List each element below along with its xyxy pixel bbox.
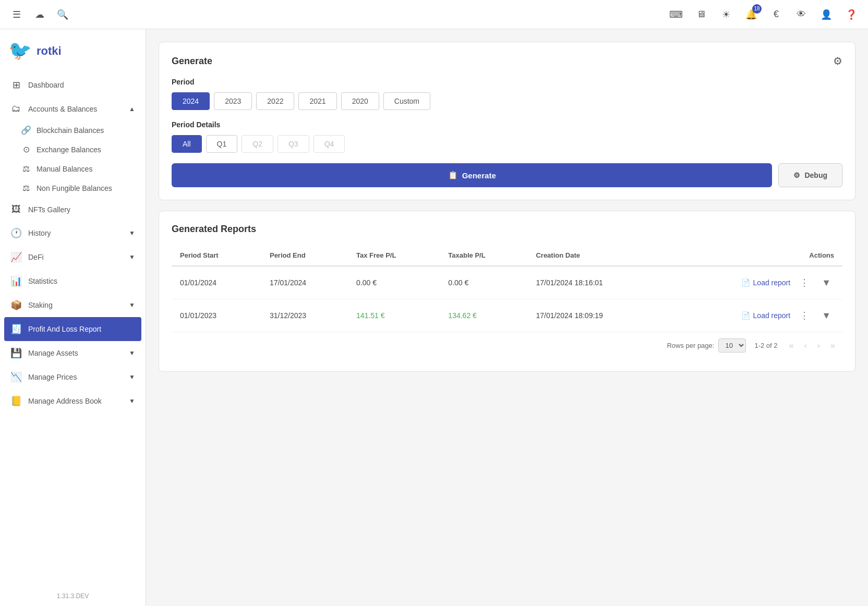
page-info: 1-2 of 2 (754, 342, 777, 349)
cell-taxable-pl: 0.00 € (440, 266, 527, 299)
nfts-icon: 🖼 (10, 204, 22, 215)
cell-period-end: 17/01/2024 (261, 266, 348, 299)
cell-creation-date: 17/01/2024 18:09:19 (527, 299, 664, 332)
eye-icon[interactable]: 👁 (793, 6, 810, 23)
exchange-icon: ⊙ (21, 144, 31, 154)
sidebar-item-label: Manage Prices (28, 373, 123, 381)
quarter-btn-q1[interactable]: Q1 (206, 135, 238, 153)
sidebar-item-manage-address-book[interactable]: 📒 Manage Address Book ▼ (0, 389, 146, 413)
col-period-start: Period Start (172, 245, 261, 266)
accounts-submenu: 🔗 Blockchain Balances ⊙ Exchange Balance… (0, 120, 146, 198)
profit-loss-icon: 🧾 (10, 323, 22, 335)
chevron-down-icon: ▼ (129, 373, 135, 381)
cloud-icon[interactable]: ☁ (31, 6, 48, 23)
accounts-icon: 🗂 (10, 103, 22, 114)
sidebar-item-defi[interactable]: 📈 DeFi ▼ (0, 245, 146, 269)
reports-table: Period Start Period End Tax Free P/L Tax… (172, 245, 842, 332)
sidebar-logo: 🐦 rotki (0, 29, 146, 73)
col-actions: Actions (664, 245, 842, 266)
theme-icon[interactable]: ☀ (718, 6, 734, 23)
reports-table-wrapper: Period Start Period End Tax Free P/L Tax… (172, 245, 842, 332)
notification-icon[interactable]: 🔔 18 (743, 6, 760, 23)
load-report-button[interactable]: 📄 Load report (741, 278, 791, 287)
period-btn-2020[interactable]: 2020 (341, 92, 379, 110)
sidebar-subitem-blockchain-balances[interactable]: 🔗 Blockchain Balances (10, 120, 146, 140)
row-actions: 📄 Load report ⋮ ▼ (672, 275, 834, 290)
sidebar-item-manage-assets[interactable]: 💾 Manage Assets ▼ (0, 341, 146, 365)
period-btn-2021[interactable]: 2021 (298, 92, 336, 110)
load-report-label: Load report (753, 311, 791, 320)
menu-icon[interactable]: ☰ (8, 6, 25, 23)
manage-prices-icon: 📉 (10, 371, 22, 383)
search-icon[interactable]: 🔍 (54, 6, 71, 23)
row-actions: 📄 Load report ⋮ ▼ (672, 308, 834, 323)
chevron-up-icon: ▲ (129, 105, 135, 113)
sidebar-subitem-exchange-balances[interactable]: ⊙ Exchange Balances (10, 140, 146, 159)
debug-button[interactable]: ⚙ Debug (778, 163, 842, 187)
staking-icon: 📦 (10, 299, 22, 311)
reports-card: Generated Reports Period Start Period En… (159, 211, 855, 372)
quarter-btn-all[interactable]: All (172, 135, 202, 153)
display-icon[interactable]: 🖥 (693, 6, 709, 23)
rows-per-page-select[interactable]: 10 25 50 (718, 338, 746, 353)
load-report-icon: 📄 (741, 311, 750, 320)
col-period-end: Period End (261, 245, 348, 266)
currency-icon[interactable]: € (768, 6, 785, 23)
sidebar-item-label: Accounts & Balances (28, 105, 123, 113)
dashboard-icon: ⊞ (10, 79, 22, 91)
sidebar-subitem-non-fungible-balances[interactable]: ⚖ Non Fungible Balances (10, 178, 146, 198)
history-icon: 🕐 (10, 227, 22, 239)
sidebar-subitem-manual-balances[interactable]: ⚖ Manual Balances (10, 159, 146, 178)
blockchain-icon: 🔗 (21, 125, 31, 135)
load-report-label: Load report (753, 278, 791, 287)
sidebar-subitem-label: Manual Balances (37, 165, 92, 173)
prev-page-button[interactable]: ‹ (801, 339, 810, 353)
quarter-btn-q2[interactable]: Q2 (242, 135, 273, 153)
first-page-button[interactable]: « (786, 339, 797, 353)
generate-card: Generate ⚙ Period 2024 2023 2022 2021 20… (159, 42, 855, 200)
quarter-btn-q4[interactable]: Q4 (314, 135, 345, 153)
sidebar-item-accounts-balances[interactable]: 🗂 Accounts & Balances ▲ (0, 97, 146, 120)
load-report-button[interactable]: 📄 Load report (741, 311, 791, 320)
sidebar-item-label: Staking (28, 301, 123, 309)
account-icon[interactable]: 👤 (818, 6, 835, 23)
sidebar: 🐦 rotki ⊞ Dashboard 🗂 Accounts & Balance… (0, 29, 146, 606)
period-btn-2023[interactable]: 2023 (214, 92, 252, 110)
quarter-buttons: All Q1 Q2 Q3 Q4 (172, 135, 842, 153)
generate-button[interactable]: 📋 Generate (172, 163, 772, 187)
reports-card-header: Generated Reports (172, 224, 842, 235)
rows-per-page-section: Rows per page: 10 25 50 (667, 338, 746, 353)
more-options-button[interactable]: ⋮ (797, 275, 812, 290)
sidebar-item-profit-loss[interactable]: 🧾 Profit And Loss Report (4, 317, 141, 341)
quarter-btn-q3[interactable]: Q3 (278, 135, 309, 153)
sidebar-item-history[interactable]: 🕐 History ▼ (0, 221, 146, 245)
code-icon[interactable]: ⌨ (668, 6, 684, 23)
period-label: Period (172, 78, 842, 86)
cell-tax-free-pl: 141.51 € (348, 299, 440, 332)
cell-period-start: 01/01/2024 (172, 266, 261, 299)
debug-btn-label: Debug (804, 171, 827, 179)
sidebar-item-label: Statistics (28, 277, 135, 285)
more-options-button[interactable]: ⋮ (797, 308, 812, 323)
sidebar-item-label: NFTs Gallery (28, 205, 135, 214)
help-icon[interactable]: ❓ (843, 6, 860, 23)
generate-btn-label: Generate (462, 171, 496, 180)
sidebar-item-manage-prices[interactable]: 📉 Manage Prices ▼ (0, 365, 146, 389)
expand-row-button[interactable]: ▼ (818, 275, 834, 290)
sidebar-item-dashboard[interactable]: ⊞ Dashboard (0, 73, 146, 97)
period-btn-2024[interactable]: 2024 (172, 92, 210, 110)
chevron-down-icon: ▼ (129, 397, 135, 405)
sidebar-item-nfts-gallery[interactable]: 🖼 NFTs Gallery (0, 198, 146, 221)
period-btn-custom[interactable]: Custom (383, 92, 430, 110)
last-page-button[interactable]: » (827, 339, 838, 353)
chevron-down-icon: ▼ (129, 349, 135, 357)
sidebar-item-label: Manage Assets (28, 349, 123, 357)
settings-icon[interactable]: ⚙ (833, 55, 842, 67)
sidebar-item-staking[interactable]: 📦 Staking ▼ (0, 293, 146, 317)
cell-taxable-pl: 134.62 € (440, 299, 527, 332)
expand-row-button[interactable]: ▼ (818, 308, 834, 323)
sidebar-item-statistics[interactable]: 📊 Statistics (0, 269, 146, 293)
period-btn-2022[interactable]: 2022 (256, 92, 294, 110)
next-page-button[interactable]: › (814, 339, 823, 353)
sidebar-nav: ⊞ Dashboard 🗂 Accounts & Balances ▲ 🔗 Bl… (0, 73, 146, 586)
